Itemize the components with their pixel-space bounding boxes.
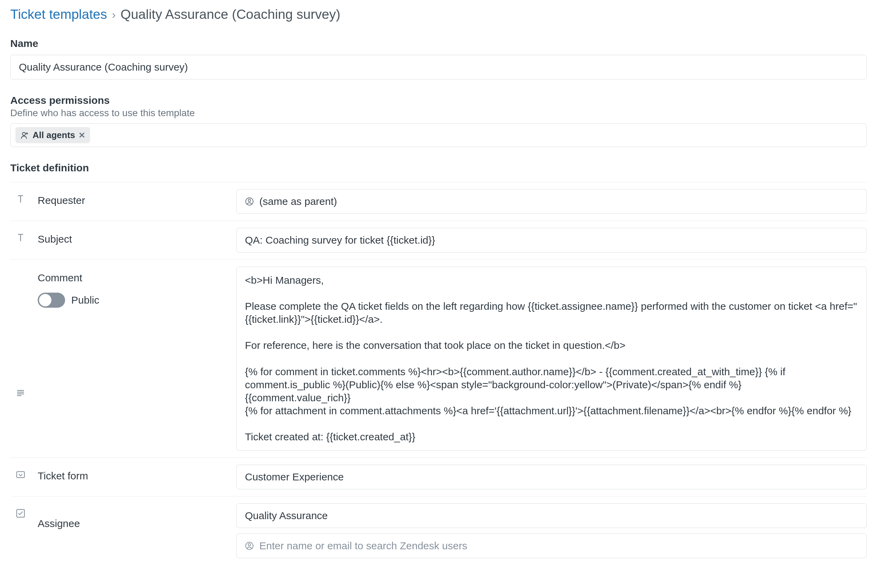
toggle-knob bbox=[39, 294, 51, 306]
svg-point-6 bbox=[248, 544, 251, 546]
ticket-form-row: Ticket form Customer Experience bbox=[10, 458, 867, 496]
comment-label: Comment bbox=[38, 272, 229, 284]
checkbox-icon bbox=[10, 503, 31, 558]
chevron-right-icon: › bbox=[112, 8, 115, 21]
subject-value: QA: Coaching survey for ticket {{ticket.… bbox=[245, 234, 435, 246]
breadcrumb-current: Quality Assurance (Coaching survey) bbox=[121, 7, 340, 22]
svg-point-2 bbox=[248, 199, 251, 201]
access-chip-container[interactable]: All agents ✕ bbox=[10, 123, 867, 147]
name-label: Name bbox=[10, 38, 867, 50]
access-chip-label: All agents bbox=[33, 130, 75, 141]
public-toggle-label: Public bbox=[71, 294, 99, 306]
comment-textarea[interactable]: <b>Hi Managers, Please complete the QA t… bbox=[236, 267, 867, 451]
requester-label: Requester bbox=[38, 189, 229, 214]
close-icon[interactable]: ✕ bbox=[78, 130, 85, 140]
ticket-definition-label: Ticket definition bbox=[10, 162, 867, 174]
user-plus-icon bbox=[20, 131, 29, 140]
access-chip-all-agents[interactable]: All agents ✕ bbox=[15, 127, 90, 143]
breadcrumb: Ticket templates › Quality Assurance (Co… bbox=[10, 7, 867, 22]
assignee-user-input[interactable]: Enter name or email to search Zendesk us… bbox=[236, 534, 867, 558]
requester-row: Requester (same as parent) bbox=[10, 182, 867, 220]
breadcrumb-root-link[interactable]: Ticket templates bbox=[10, 7, 107, 22]
public-toggle[interactable] bbox=[38, 292, 65, 308]
person-icon bbox=[245, 197, 254, 206]
person-icon bbox=[245, 542, 254, 550]
comment-row: Comment Public <b>Hi Managers, Please co… bbox=[10, 260, 867, 458]
text-field-icon bbox=[10, 189, 31, 214]
ticket-form-select[interactable]: Customer Experience bbox=[236, 465, 867, 489]
assignee-group-value: Quality Assurance bbox=[245, 510, 328, 522]
name-input[interactable] bbox=[10, 55, 867, 80]
ticket-form-value: Customer Experience bbox=[245, 471, 343, 483]
name-section: Name bbox=[10, 38, 867, 80]
access-label: Access permissions bbox=[10, 94, 867, 106]
public-toggle-row: Public bbox=[38, 292, 229, 308]
assignee-label: Assignee bbox=[38, 503, 229, 558]
ticket-form-label: Ticket form bbox=[38, 465, 229, 489]
assignee-group-select[interactable]: Quality Assurance bbox=[236, 503, 867, 528]
comment-label-col: Comment Public bbox=[38, 267, 229, 451]
access-sublabel: Define who has access to use this templa… bbox=[10, 108, 867, 118]
requester-input[interactable]: (same as parent) bbox=[236, 189, 867, 214]
svg-point-0 bbox=[22, 132, 26, 135]
dropdown-icon bbox=[10, 465, 31, 489]
subject-label: Subject bbox=[38, 228, 229, 252]
access-section: Access permissions Define who has access… bbox=[10, 94, 867, 147]
assignee-user-placeholder: Enter name or email to search Zendesk us… bbox=[259, 540, 467, 552]
svg-rect-3 bbox=[17, 471, 25, 478]
subject-row: Subject QA: Coaching survey for ticket {… bbox=[10, 220, 867, 260]
multiline-icon bbox=[10, 267, 31, 451]
requester-value: (same as parent) bbox=[259, 196, 337, 207]
assignee-row: Assignee Quality Assurance Enter name or… bbox=[10, 496, 867, 565]
text-field-icon bbox=[10, 228, 31, 252]
subject-input[interactable]: QA: Coaching survey for ticket {{ticket.… bbox=[236, 228, 867, 252]
